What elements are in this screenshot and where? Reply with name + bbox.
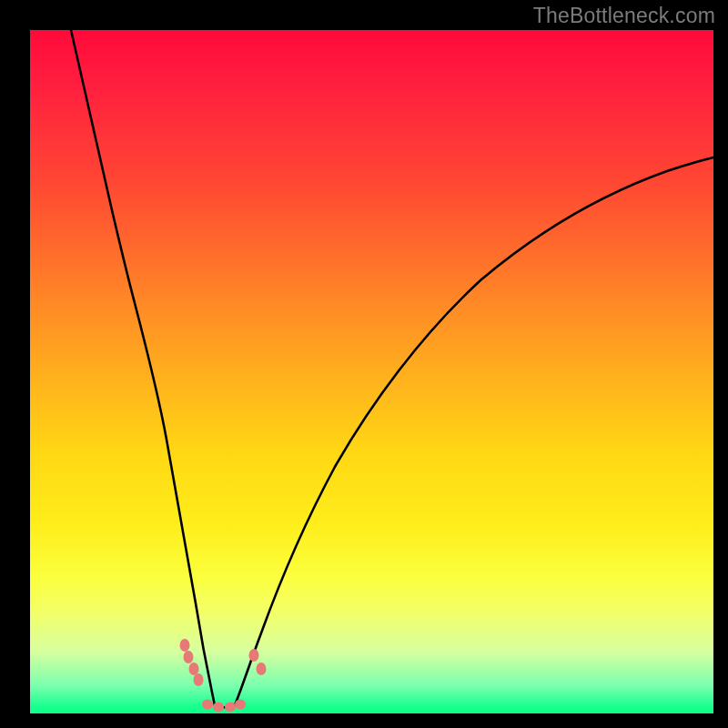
- valley-marker-group: [180, 639, 267, 713]
- chart-frame: TheBottleneck.com: [0, 0, 728, 728]
- floor-marker-4: [235, 700, 246, 710]
- left-upper-marker-1: [180, 639, 190, 652]
- curve-layer: [30, 30, 713, 713]
- right-upper-marker-2: [257, 662, 267, 675]
- right-upper-marker-1: [249, 649, 259, 662]
- left-upper-marker-2: [184, 651, 194, 663]
- left-lower-marker-2: [194, 673, 204, 686]
- curve-left-branch: [71, 30, 215, 705]
- left-lower-marker-1: [189, 662, 199, 675]
- plot-area: [30, 30, 713, 713]
- curve-right-branch: [235, 157, 713, 705]
- watermark-text: TheBottleneck.com: [533, 4, 715, 28]
- floor-marker-3: [225, 703, 236, 713]
- floor-marker-2: [213, 703, 224, 713]
- floor-marker-1: [202, 700, 213, 710]
